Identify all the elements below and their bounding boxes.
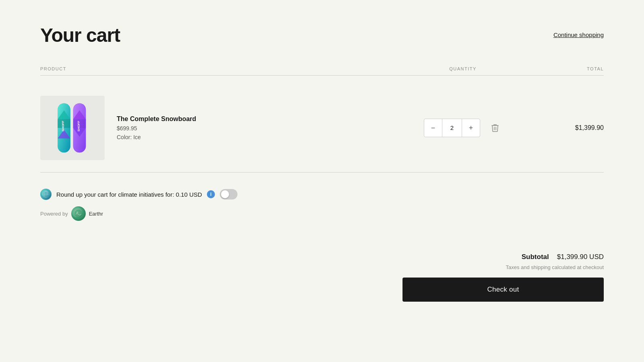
svg-text:SHOFF: SHOFF: [61, 121, 65, 132]
climate-toggle[interactable]: [220, 189, 237, 200]
snowboard-image-svg: SHOFF SHOFF: [48, 100, 97, 156]
svg-text:SHOFF: SHOFF: [77, 121, 80, 132]
subtotal-value: $1,399.90 USD: [557, 253, 604, 261]
increase-quantity-button[interactable]: +: [462, 119, 480, 137]
delete-item-button[interactable]: [488, 121, 502, 135]
cart-item: SHOFF SHOFF: [40, 84, 604, 173]
product-name: The Complete Snowboard: [117, 115, 196, 123]
taxes-note: Taxes and shipping calculated at checkou…: [506, 264, 604, 270]
product-info: SHOFF SHOFF: [40, 96, 402, 160]
earthr-svg: [74, 209, 83, 218]
climate-text: Round up your cart for climate initiativ…: [56, 191, 202, 198]
total-column-header: TOTAL: [523, 66, 604, 71]
info-icon[interactable]: i: [207, 190, 215, 198]
subtotal-section: Subtotal $1,399.90 USD Taxes and shippin…: [40, 253, 604, 302]
item-total: $1,399.90: [523, 124, 604, 132]
toggle-knob: [221, 190, 229, 198]
continue-shopping-link[interactable]: Continue shopping: [553, 31, 604, 38]
climate-section: Round up your cart for climate initiativ…: [40, 173, 604, 229]
product-column-header: PRODUCT: [40, 66, 402, 71]
product-color: Color: Ice: [117, 134, 196, 140]
powered-by-row: Powered by Earthr: [40, 206, 604, 221]
svg-point-15: [74, 210, 83, 218]
svg-point-16: [76, 212, 78, 213]
cart-items-list: SHOFF SHOFF: [40, 84, 604, 173]
subtotal-row: Subtotal $1,399.90 USD: [522, 253, 604, 261]
product-price: $699.95: [117, 125, 196, 132]
quantity-control: − 2 +: [402, 119, 523, 137]
quantity-value: 2: [442, 119, 462, 137]
product-image: SHOFF SHOFF: [40, 96, 105, 160]
earthr-logo-icon: [71, 206, 86, 221]
earthr-brand-name: Earthr: [89, 211, 103, 217]
svg-point-13: [44, 191, 47, 197]
quantity-delete-wrapper: − 2 +: [424, 119, 502, 137]
page-title: Your cart: [40, 24, 120, 46]
subtotal-label: Subtotal: [522, 253, 549, 261]
globe-icon: [40, 189, 52, 200]
globe-svg: [42, 191, 50, 198]
quantity-wrapper: − 2 +: [424, 119, 480, 137]
cart-header: Your cart Continue shopping: [40, 24, 604, 46]
checkout-button[interactable]: Check out: [402, 278, 604, 302]
climate-row: Round up your cart for climate initiativ…: [40, 189, 604, 200]
quantity-column-header: QUANTITY: [402, 66, 523, 71]
trash-icon: [491, 124, 499, 132]
decrease-quantity-button[interactable]: −: [424, 119, 442, 137]
powered-by-label: Powered by: [40, 211, 68, 217]
product-details: The Complete Snowboard $699.95 Color: Ic…: [117, 115, 196, 140]
table-header: PRODUCT QUANTITY TOTAL: [40, 62, 604, 76]
